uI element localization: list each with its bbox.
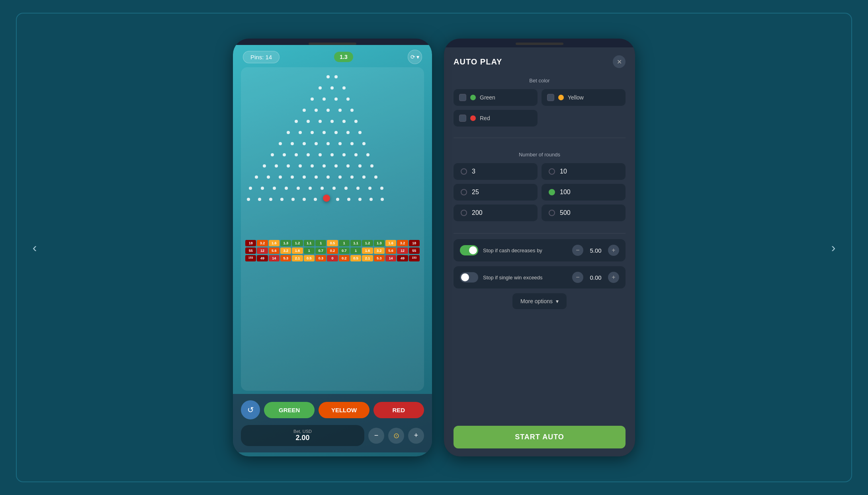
bet-color-red[interactable]: Red: [454, 110, 538, 127]
win-stepper: − 0.00 +: [572, 272, 619, 283]
pin: [287, 164, 290, 168]
mult-cell: 12: [257, 248, 268, 254]
bet-plus-button[interactable]: +: [408, 428, 424, 444]
yellow-dot: [558, 95, 564, 100]
yellow-bet-button[interactable]: YELLOW: [319, 402, 369, 418]
round-option-200[interactable]: 200: [454, 205, 538, 221]
next-arrow[interactable]: ›: [823, 234, 843, 261]
mult-cell: 3.2: [257, 240, 268, 246]
bet-color-grid: Green Yellow: [454, 89, 626, 106]
mult-cell: 153: [245, 255, 256, 261]
round-radio-3[interactable]: [461, 168, 467, 175]
mult-cell: 2.1: [362, 255, 373, 261]
mult-cell: 1.6: [362, 248, 373, 254]
left-phone: Pins: 14 1.3 ⟳ ▾: [233, 39, 432, 456]
pin: [309, 187, 312, 190]
multiplier-rows: 18 3.2 1.6 1.3 1.2 1.1 1 0.5 1 1.1 1.2 1…: [245, 240, 420, 263]
pin: [350, 175, 354, 179]
red-bet-button[interactable]: RED: [373, 402, 424, 418]
game-screen: Pins: 14 1.3 ⟳ ▾: [233, 45, 432, 456]
round-option-500[interactable]: 500: [542, 205, 626, 221]
start-auto-button[interactable]: START AUTO: [454, 426, 626, 448]
pin: [307, 120, 310, 123]
stop-win-section: Stop if single win exceeds − 0.00 +: [454, 266, 626, 288]
pin: [358, 164, 362, 168]
auto-play-button[interactable]: ↺: [241, 400, 260, 419]
round-option-3[interactable]: 3: [454, 163, 538, 180]
pin: [354, 120, 358, 123]
pin: [354, 153, 358, 156]
yellow-checkbox[interactable]: [547, 94, 554, 101]
pin: [370, 164, 373, 168]
mult-cell: 3.2: [397, 240, 408, 246]
auto-play-close-button[interactable]: ✕: [613, 55, 626, 68]
pin: [285, 187, 288, 190]
pin: [295, 153, 298, 156]
stop-cash-section: Stop if cash decreases by − 5.00 +: [454, 239, 626, 261]
mult-cell: 1.1: [350, 240, 361, 246]
pin: [297, 187, 300, 190]
pin: [347, 198, 350, 201]
mult-cell: 14: [385, 255, 396, 261]
mult-cell: 5.6: [385, 248, 396, 254]
win-increase-button[interactable]: +: [608, 272, 619, 283]
pin: [369, 198, 373, 201]
pin: [338, 142, 342, 145]
settings-button[interactable]: ⟳ ▾: [408, 50, 422, 64]
pin: [295, 120, 298, 123]
cash-decrease-button[interactable]: −: [572, 245, 583, 256]
mult-cell: 1.3: [280, 240, 291, 246]
mult-cell: 1.2: [292, 240, 303, 246]
round-radio-10[interactable]: [549, 168, 555, 175]
mult-cell: 55: [245, 248, 256, 254]
round-radio-25[interactable]: [461, 189, 467, 195]
mult-cell: 0.7: [339, 248, 350, 254]
pin: [267, 175, 270, 179]
green-bet-button[interactable]: GREEN: [264, 402, 315, 418]
green-checkbox[interactable]: [459, 94, 466, 101]
pin: [307, 153, 310, 156]
more-options-button[interactable]: More options ▾: [512, 293, 567, 309]
mult-cell: 0.3: [315, 255, 326, 261]
pin: [303, 109, 306, 112]
bet-minus-button[interactable]: −: [368, 428, 384, 444]
prev-arrow[interactable]: ‹: [25, 234, 45, 261]
plinko-ball: [323, 195, 330, 202]
round-option-100[interactable]: 100: [542, 184, 626, 201]
pins-grid: [245, 71, 420, 238]
pin: [358, 131, 362, 134]
bet-color-yellow[interactable]: Yellow: [542, 89, 626, 106]
pin: [303, 175, 306, 179]
red-checkbox[interactable]: [459, 115, 466, 122]
mult-cell: 1.2: [362, 240, 373, 246]
pin: [338, 109, 342, 112]
pin: [303, 198, 306, 201]
mult-cell: 3.2: [374, 248, 385, 254]
multiplier-row-3: 153 49 14 5.3 2.1 0.5 0.3 0 0.2 0.5 2.1 …: [245, 255, 420, 261]
coin-button[interactable]: ⊙: [388, 428, 404, 444]
cash-increase-button[interactable]: +: [608, 245, 619, 256]
stop-win-toggle[interactable]: [460, 272, 478, 283]
round-radio-100[interactable]: [549, 189, 555, 195]
bet-row: Bet, USD 2.00 − ⊙ +: [241, 425, 424, 446]
auto-play-panel: AUTO PLAY ✕ Bet color Green: [444, 39, 635, 456]
bet-color-green[interactable]: Green: [454, 89, 538, 106]
pin: [319, 86, 322, 90]
mult-cell: 49: [397, 255, 408, 261]
toggle-thumb-cash: [469, 246, 477, 254]
win-value: 0.00: [586, 274, 606, 281]
mult-cell: 0.5: [327, 240, 338, 246]
win-decrease-button[interactable]: −: [572, 272, 583, 283]
multiplier-row-1: 18 3.2 1.6 1.3 1.2 1.1 1 0.5 1 1.1 1.2 1…: [245, 240, 420, 246]
stop-cash-toggle[interactable]: [460, 245, 478, 255]
auto-play-title: AUTO PLAY: [454, 57, 502, 66]
pin: [346, 164, 350, 168]
divider-2: [454, 233, 626, 234]
pin: [291, 142, 294, 145]
round-radio-200[interactable]: [461, 210, 467, 216]
mult-cell: 0: [327, 255, 338, 261]
round-option-10[interactable]: 10: [542, 163, 626, 180]
rounds-section: Number of rounds 3 10 25: [454, 152, 626, 221]
round-radio-500[interactable]: [549, 210, 555, 216]
round-option-25[interactable]: 25: [454, 184, 538, 201]
